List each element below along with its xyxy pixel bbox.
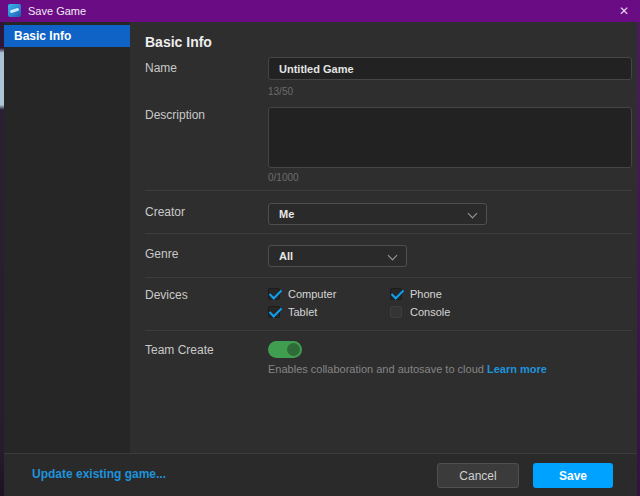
name-counter: 13/50 <box>268 86 293 97</box>
divider <box>145 277 632 278</box>
team-create-toggle[interactable] <box>268 341 302 358</box>
checkbox-label: Phone <box>410 288 442 300</box>
devices-label: Devices <box>145 288 188 302</box>
genre-dropdown[interactable]: All <box>268 245 407 267</box>
footer: Update existing game... Cancel Save <box>4 453 637 496</box>
team-create-label: Team Create <box>145 343 214 357</box>
genre-label: Genre <box>145 247 178 261</box>
team-create-description: Enables collaboration and autosave to cl… <box>268 363 547 375</box>
cancel-button[interactable]: Cancel <box>437 463 519 488</box>
creator-dropdown[interactable]: Me <box>268 203 487 225</box>
learn-more-link[interactable]: Learn more <box>487 363 547 375</box>
divider <box>145 330 632 331</box>
name-label: Name <box>145 61 177 75</box>
checkbox-tablet[interactable]: Tablet <box>268 305 317 319</box>
team-create-description-text: Enables collaboration and autosave to cl… <box>268 363 487 375</box>
chevron-down-icon <box>468 209 478 219</box>
divider <box>145 233 632 234</box>
checkbox-computer[interactable]: Computer <box>268 287 336 301</box>
creator-label: Creator <box>145 205 185 219</box>
close-icon[interactable]: ✕ <box>612 0 636 22</box>
checkbox-phone[interactable]: Phone <box>390 287 442 301</box>
creator-value: Me <box>279 208 294 220</box>
description-counter: 0/1000 <box>268 172 299 183</box>
name-input[interactable] <box>268 57 632 80</box>
checkbox-console[interactable]: Console <box>390 305 450 319</box>
chevron-down-icon <box>388 251 398 261</box>
checkbox-box <box>268 306 280 318</box>
sidebar: Basic Info <box>4 22 130 453</box>
checkbox-box <box>390 288 402 300</box>
titlebar: Save Game ✕ <box>0 0 640 22</box>
checkbox-label: Console <box>410 306 450 318</box>
update-existing-game-link[interactable]: Update existing game... <box>32 467 166 481</box>
genre-value: All <box>279 250 293 262</box>
checkbox-box <box>390 306 402 318</box>
description-label: Description <box>145 108 205 122</box>
page-title: Basic Info <box>145 34 212 50</box>
window-title: Save Game <box>28 0 86 22</box>
checkbox-box <box>268 288 280 300</box>
divider <box>145 190 632 191</box>
roblox-studio-icon <box>8 4 21 17</box>
checkbox-label: Tablet <box>288 306 317 318</box>
main-panel: Basic Info Name 13/50 Description 0/1000… <box>130 22 637 453</box>
sidebar-item-basic-info[interactable]: Basic Info <box>4 25 130 47</box>
description-textarea[interactable] <box>268 107 632 168</box>
save-button[interactable]: Save <box>533 463 613 488</box>
checkbox-label: Computer <box>288 288 336 300</box>
save-game-dialog: Save Game ✕ Basic Info Basic Info Name 1… <box>0 0 640 496</box>
toggle-knob <box>287 343 300 356</box>
